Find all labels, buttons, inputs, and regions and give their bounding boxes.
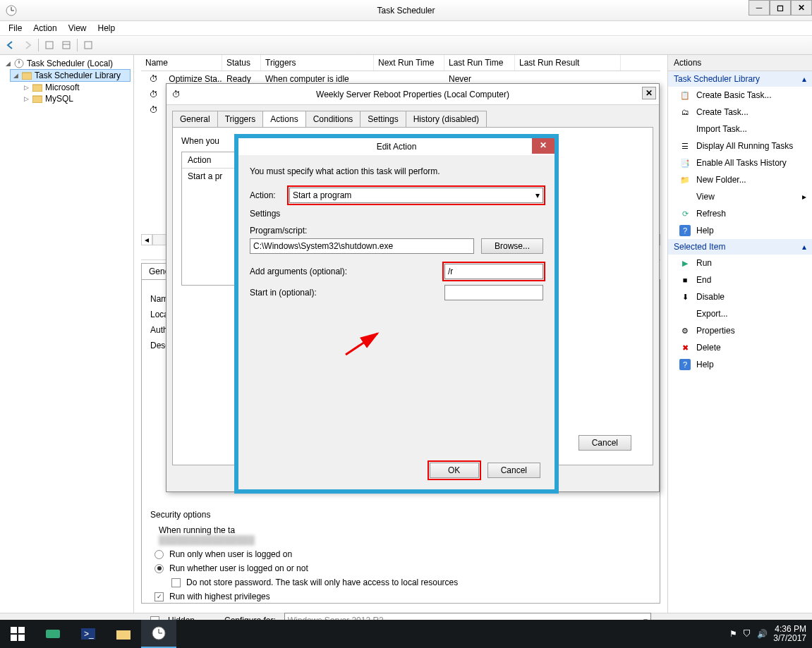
edit-close-button[interactable]: ✕ xyxy=(532,138,555,154)
menu-view[interactable]: View xyxy=(63,22,92,35)
action-delete[interactable]: ✖Delete xyxy=(668,339,812,356)
tab-settings[interactable]: Settings xyxy=(360,111,406,127)
import-icon xyxy=(679,123,691,135)
menu-help[interactable]: Help xyxy=(92,22,121,35)
tree-library[interactable]: ◢ Task Scheduler Library xyxy=(10,69,131,82)
col-last[interactable]: Last Run Time xyxy=(444,55,515,71)
tab-general[interactable]: General xyxy=(172,111,218,127)
action-view[interactable]: View▸ xyxy=(668,188,812,205)
action-help[interactable]: ?Help xyxy=(668,222,812,239)
menu-action[interactable]: Action xyxy=(28,22,62,35)
tab-history[interactable]: History (disabled) xyxy=(406,111,487,127)
action-value: Start a program xyxy=(293,190,351,200)
check-highest-priv[interactable] xyxy=(154,592,164,601)
svg-rect-20 xyxy=(116,630,131,640)
app-icon xyxy=(6,5,17,16)
svg-rect-15 xyxy=(11,635,17,641)
taskbar-task-scheduler[interactable] xyxy=(141,620,176,648)
taskbar-server-manager[interactable] xyxy=(35,620,71,648)
edit-dialog-title: Edit Action xyxy=(363,140,431,153)
toolbar-btn-2[interactable] xyxy=(59,37,74,53)
tree-toggle-icon[interactable]: ◢ xyxy=(4,60,11,67)
action-enable-history[interactable]: 📑Enable All Tasks History xyxy=(668,154,812,171)
radio-whether[interactable] xyxy=(154,564,164,573)
collapse-icon[interactable]: ▴ xyxy=(802,242,806,252)
tab-conditions[interactable]: Conditions xyxy=(305,111,361,127)
tree-toggle-icon[interactable]: ▷ xyxy=(23,95,30,102)
tree-child-microsoft[interactable]: ▷ Microsoft xyxy=(21,82,131,93)
col-name[interactable]: Name xyxy=(141,55,222,71)
dialog-close-button[interactable]: ✕ xyxy=(642,87,656,99)
col-result[interactable]: Last Run Result xyxy=(515,55,621,71)
action-display-running[interactable]: ☰Display All Running Tasks xyxy=(668,137,812,154)
collapse-icon[interactable]: ▴ xyxy=(802,74,806,84)
actions-section-library: Task Scheduler Library ▴ xyxy=(668,71,812,87)
action-label: Enable All Tasks History xyxy=(696,158,787,168)
radio-logged-on[interactable] xyxy=(154,550,164,559)
action-import[interactable]: Import Task... xyxy=(668,121,812,137)
action-properties[interactable]: ⚙Properties xyxy=(668,322,812,339)
task-icon: 🗂 xyxy=(679,106,691,118)
browse-button[interactable]: Browse... xyxy=(481,238,543,254)
tree-root[interactable]: ◢ Task Scheduler (Local) xyxy=(3,58,131,69)
col-next[interactable]: Next Run Time xyxy=(374,55,444,71)
check-label: Run with highest privileges xyxy=(169,592,270,601)
taskbar-explorer[interactable] xyxy=(106,620,141,648)
toolbar-btn-3[interactable] xyxy=(80,37,96,53)
tab-actions[interactable]: Actions xyxy=(262,111,305,127)
action-label: Help xyxy=(696,360,714,369)
minimize-button[interactable]: ─ xyxy=(749,0,770,16)
action-create-task[interactable]: 🗂Create Task... xyxy=(668,104,812,121)
args-input[interactable] xyxy=(444,264,543,279)
action-new-folder[interactable]: 📁New Folder... xyxy=(668,171,812,188)
back-button[interactable] xyxy=(3,37,18,53)
col-triggers[interactable]: Triggers xyxy=(261,55,374,71)
edit-action-dialog: Edit Action ✕ You must specify what acti… xyxy=(234,134,559,494)
action-refresh[interactable]: ⟳Refresh xyxy=(668,205,812,222)
cancel-button[interactable]: Cancel xyxy=(487,463,540,478)
tree-toggle-icon[interactable]: ▷ xyxy=(23,84,30,91)
ok-button[interactable]: OK xyxy=(430,463,479,478)
toolbar-btn-1[interactable] xyxy=(42,37,57,53)
section-title: Selected Item xyxy=(674,242,725,252)
program-input[interactable] xyxy=(250,238,474,254)
col-status[interactable]: Status xyxy=(222,55,261,71)
menu-file[interactable]: File xyxy=(3,22,28,35)
forward-button[interactable] xyxy=(20,37,35,53)
tree-child-label: Microsoft xyxy=(45,82,80,92)
blurred-user: ████████████████ xyxy=(150,535,651,545)
tree-toggle-icon[interactable]: ◢ xyxy=(12,72,19,79)
play-icon: ▶ xyxy=(679,257,691,269)
export-icon xyxy=(679,308,691,319)
start-button[interactable] xyxy=(0,620,35,648)
action-run[interactable]: ▶Run xyxy=(668,255,812,271)
taskbar-powershell[interactable]: >_ xyxy=(71,620,106,648)
task-icon: ⏱ xyxy=(145,104,162,116)
edit-instruction: You must specify what action this task w… xyxy=(250,166,543,176)
svg-rect-6 xyxy=(85,42,92,49)
list-header: Name Status Triggers Next Run Time Last … xyxy=(141,55,660,71)
action-create-basic[interactable]: 📋Create Basic Task... xyxy=(668,87,812,104)
action-disable[interactable]: ⬇Disable xyxy=(668,288,812,305)
action-label: Run xyxy=(696,258,712,268)
action-export[interactable]: Export... xyxy=(668,305,812,322)
scroll-left-button[interactable]: ◂ xyxy=(141,234,152,245)
check-no-password[interactable] xyxy=(171,578,181,587)
properties-icon: ⚙ xyxy=(679,325,691,336)
action-select[interactable]: Start a program ▾ xyxy=(289,188,543,203)
tray-sound-icon[interactable]: 🔊 xyxy=(757,629,768,639)
tray-network-icon[interactable]: ⛉ xyxy=(743,629,751,639)
taskbar-clock[interactable]: 4:36 PM 3/7/2017 xyxy=(773,625,806,643)
action-help2[interactable]: ?Help xyxy=(668,356,812,373)
startin-input[interactable] xyxy=(444,285,543,300)
tray-flag-icon[interactable]: ⚑ xyxy=(729,629,737,639)
action-label: Create Basic Task... xyxy=(696,90,772,100)
actions-section-selected: Selected Item ▴ xyxy=(668,239,812,255)
action-end[interactable]: ■End xyxy=(668,271,812,288)
svg-rect-9 xyxy=(22,73,32,80)
cancel-button[interactable]: Cancel xyxy=(578,435,631,451)
tab-triggers[interactable]: Triggers xyxy=(217,111,264,127)
maximize-button[interactable]: ◻ xyxy=(770,0,791,16)
tree-child-mysql[interactable]: ▷ MySQL xyxy=(21,93,131,104)
close-button[interactable]: ✕ xyxy=(791,0,812,16)
